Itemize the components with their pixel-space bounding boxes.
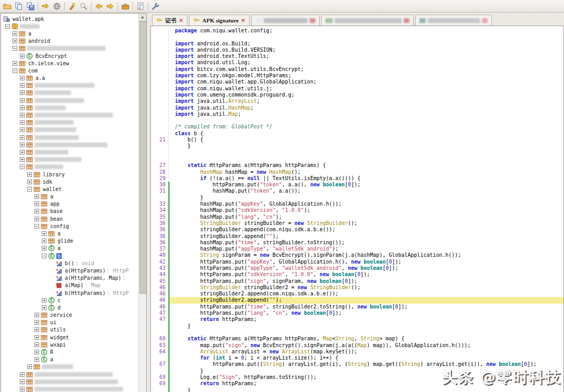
- tab-APK signature[interactable]: APK signature✕: [189, 15, 250, 26]
- collapse-icon[interactable]: −: [13, 68, 17, 73]
- tree-item-utils[interactable]: +utils: [1, 326, 138, 334]
- collapse-icon[interactable]: −: [5, 24, 10, 29]
- expand-icon[interactable]: +: [42, 298, 46, 303]
- panel-splitter[interactable]: [147, 13, 150, 392]
- scrollbar-thumb[interactable]: [139, 21, 147, 294]
- expand-icon[interactable]: +: [27, 180, 32, 184]
- tree-item-blurred[interactable]: −: [1, 45, 138, 52]
- code-editor[interactable]: package com.niqu.wallet.config;import an…: [150, 26, 564, 392]
- tree-item-R[interactable]: +CR: [1, 348, 138, 355]
- tree-item-bean[interactable]: +bean: [1, 215, 138, 222]
- tab-证书[interactable]: 证书✕: [152, 15, 187, 26]
- collapse-icon[interactable]: −: [13, 46, 17, 51]
- expand-icon[interactable]: +: [42, 305, 46, 310]
- expand-icon[interactable]: +: [13, 39, 17, 43]
- expand-icon[interactable]: +: [27, 364, 32, 369]
- tree-item-blurred[interactable]: +: [1, 111, 138, 118]
- expand-icon[interactable]: +: [42, 246, 46, 251]
- tree-item-blurred[interactable]: +: [1, 363, 138, 371]
- open-folder-button[interactable]: [2, 2, 13, 11]
- tree-item-library[interactable]: +library: [1, 171, 138, 178]
- expand-icon[interactable]: +: [20, 127, 25, 132]
- tree-item-app[interactable]: +app: [1, 200, 138, 208]
- expand-icon[interactable]: +: [13, 31, 17, 36]
- expand-icon[interactable]: +: [20, 120, 25, 125]
- back-arrow-button[interactable]: [93, 2, 104, 11]
- tree-item-com[interactable]: −com: [1, 67, 138, 74]
- close-tab-icon[interactable]: ✕: [179, 17, 183, 24]
- tree-item-c[interactable]: +Cc: [1, 296, 138, 304]
- expand-icon[interactable]: +: [42, 239, 46, 243]
- tree-item-b-HttpParams-[interactable]: sb(HttpParams) : HttpP: [1, 289, 138, 296]
- expand-icon[interactable]: +: [20, 113, 25, 117]
- expand-icon[interactable]: +: [20, 83, 25, 88]
- close-tab-icon[interactable]: ✕: [241, 17, 245, 24]
- tree-item-blurred[interactable]: +: [1, 371, 138, 378]
- expand-icon[interactable]: +: [34, 335, 39, 340]
- package-tree[interactable]: wallet.apk−+a+android−+CBcvEncrypt+ch.ie…: [1, 15, 138, 392]
- search-magnifier-button[interactable]: [78, 2, 89, 11]
- tree-item-BcvEncrypt[interactable]: +CBcvEncrypt: [1, 52, 138, 60]
- tree-item-blurred[interactable]: +: [1, 141, 138, 148]
- tree-item-a[interactable]: +a: [1, 230, 138, 237]
- tree-item-ch.ielse.view[interactable]: +ch.ielse.view: [1, 60, 138, 67]
- tree-item-blurred[interactable]: +: [1, 104, 138, 111]
- scroll-up-icon[interactable]: ▲: [139, 14, 146, 21]
- expand-icon[interactable]: +: [34, 357, 39, 362]
- tree-item-sdk[interactable]: +sdk: [1, 178, 138, 185]
- tree-item-base[interactable]: +base: [1, 208, 138, 215]
- tree-item-blurred[interactable]: +: [1, 148, 138, 156]
- expand-icon[interactable]: +: [20, 150, 25, 155]
- expand-icon[interactable]: +: [34, 320, 39, 325]
- expand-icon[interactable]: +: [34, 194, 39, 199]
- tree-item-blurred[interactable]: +: [1, 82, 138, 89]
- tree-item-a-HttpParams-[interactable]: sa(HttpParams) : HttpP: [1, 267, 138, 274]
- tree-item-blurred[interactable]: +: [1, 385, 138, 392]
- tree-item-config[interactable]: −config: [1, 222, 138, 230]
- tree-item-glide[interactable]: +glide: [1, 237, 138, 245]
- expand-icon[interactable]: +: [34, 217, 39, 221]
- tree-item-blurred[interactable]: +: [1, 378, 138, 385]
- tab-blurred[interactable]: [321, 15, 414, 26]
- expand-icon[interactable]: +: [20, 135, 25, 140]
- tree-item-blurred[interactable]: +: [1, 89, 138, 97]
- expand-icon[interactable]: +: [20, 387, 25, 391]
- expand-icon[interactable]: +: [34, 350, 39, 354]
- expand-icon[interactable]: +: [34, 313, 39, 317]
- expand-icon[interactable]: +: [20, 142, 25, 147]
- toolbox-button[interactable]: [120, 2, 131, 11]
- tree-item-widget[interactable]: +widget: [1, 334, 138, 341]
- tree-item-a[interactable]: +Ca: [1, 245, 138, 252]
- torch-button[interactable]: [66, 2, 78, 11]
- tree-item-ui[interactable]: +ui: [1, 319, 138, 326]
- tree-item-blurred[interactable]: −: [1, 163, 138, 171]
- tree-item-blurred[interactable]: +: [1, 134, 138, 141]
- tree-item-android[interactable]: +android: [1, 38, 138, 45]
- expand-icon[interactable]: +: [20, 379, 25, 384]
- tab-blurred[interactable]: [251, 15, 320, 26]
- expand-icon[interactable]: +: [20, 372, 25, 377]
- save-all-button[interactable]: [25, 2, 36, 11]
- tree-scrollbar[interactable]: ▲: [138, 14, 146, 392]
- log-view-button[interactable]: [135, 2, 146, 11]
- globe-grid-button[interactable]: [51, 2, 63, 11]
- tree-item-blurred[interactable]: +: [1, 97, 138, 104]
- tree-item-blurred[interactable]: +: [1, 126, 138, 134]
- collapse-icon[interactable]: −: [34, 224, 39, 229]
- tree-item-service[interactable]: +service: [1, 312, 138, 319]
- forward-arrow-button[interactable]: [104, 2, 116, 11]
- tree-item-blurred[interactable]: −: [1, 22, 138, 30]
- tree-item-a.a[interactable]: +a.a: [1, 75, 138, 82]
- tree-item-a[interactable]: +a: [1, 193, 138, 200]
- wrench-button[interactable]: [150, 2, 161, 11]
- tree-item-blurred[interactable]: +: [1, 156, 138, 163]
- expand-icon[interactable]: +: [20, 76, 25, 80]
- collapse-icon[interactable]: −: [42, 254, 46, 258]
- tree-item-wallet[interactable]: −wallet: [1, 185, 138, 193]
- tree-item-blurred[interactable]: +: [1, 119, 138, 126]
- expand-icon[interactable]: +: [27, 172, 32, 177]
- expand-icon[interactable]: +: [20, 157, 25, 162]
- expand-icon[interactable]: +: [34, 327, 39, 332]
- expand-icon[interactable]: +: [20, 98, 25, 103]
- copy-pages-button[interactable]: [13, 2, 25, 11]
